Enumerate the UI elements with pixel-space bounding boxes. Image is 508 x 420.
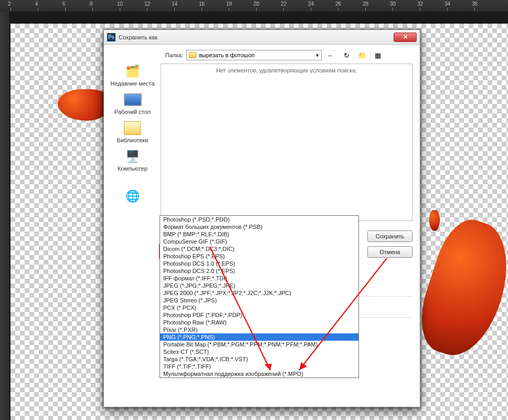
ruler-vertical [0,12,9,420]
photoshop-icon: Ps [107,33,115,41]
file-list[interactable]: Нет элементов, удовлетворяющих условиям … [161,64,412,221]
filetype-option[interactable]: Photoshop (*.PSD;*.PDD) [160,216,358,223]
filetype-option[interactable]: Targa (*.TGA;*.VDA;*.ICB;*.VST) [160,355,358,363]
cancel-button[interactable]: Отмена [367,246,412,258]
filetype-option[interactable]: PNG (*.PNG;*.PNS) [160,333,358,341]
desktop-icon [124,93,142,106]
recent-places-icon: 🗂️ [124,64,142,79]
filetype-option[interactable]: JPEG 2000 (*.JPF;*.JPX;*.JP2;*.J2C;*.J2K… [160,289,358,297]
artwork-splash [429,210,440,231]
filetype-option[interactable]: Scitex CT (*.SCT) [160,348,358,355]
libraries-icon [124,121,141,135]
filetype-option[interactable]: IFF формат (*.IFF;*.TDI) [160,275,358,282]
close-button[interactable]: ✕ [394,33,417,42]
filetype-option[interactable]: Portable Bit Map (*.PBM;*.PGM;*.PPM;*.PN… [160,341,358,348]
folder-combo[interactable]: вырезать в фотошоп ▾ [186,50,322,60]
filetype-option[interactable]: Photoshop PDF (*.PDF;*.PDP) [160,311,358,319]
place-recent[interactable]: 🗂️ Недавние места [111,64,155,87]
folder-label: Папка: [159,52,183,58]
filetype-option[interactable]: Формат больших документов (*.PSB) [160,223,358,230]
document-gap [10,12,508,24]
empty-message: Нет элементов, удовлетворяющих условиям … [216,67,357,220]
filetype-option[interactable]: Photoshop DCS 1.0 (*.EPS) [160,260,358,267]
network-icon: 🌐 [124,188,142,204]
nav-up-button[interactable]: ↻ [341,50,352,60]
filetype-dropdown-list[interactable]: Photoshop (*.PSD;*.PDD)Формат больших до… [160,215,359,378]
filetype-option[interactable]: BMP (*.BMP;*.RLE;*.DIB) [160,230,358,238]
place-desktop[interactable]: Рабочий стол [114,92,151,115]
place-network[interactable]: 🌐 [124,188,142,204]
place-label: Недавние места [111,80,155,87]
filetype-option[interactable]: PCX (*.PCX) [160,304,358,311]
nav-back-button[interactable]: ← [325,50,336,60]
filetype-option[interactable]: JPEG Stereo (*.JPS) [160,297,358,304]
save-button[interactable]: Сохранить [367,230,412,242]
folder-icon [189,52,196,58]
filetype-option[interactable]: Pixar (*.PXR) [160,326,358,333]
place-label: Библиотеки [117,137,149,143]
place-computer[interactable]: 🖥️ Компьютер [118,149,147,172]
filetype-option[interactable]: CompuServe GIF (*.GIF) [160,238,358,245]
folder-row: Папка: вырезать в фотошоп ▾ ← ↻ 📁 ▦ [159,50,415,60]
dialog-titlebar[interactable]: Ps Сохранить как ✕ [104,30,420,45]
place-libraries[interactable]: Библиотеки [117,120,149,143]
filetype-option[interactable]: Dicom (*.DCM;*.DC3;*.DIC) [160,245,358,253]
nav-newfolder-button[interactable]: 📁 [356,50,368,60]
computer-icon: 🖥️ [124,149,142,164]
nav-view-button[interactable]: ▦ [372,50,384,60]
filetype-option[interactable]: JPEG (*.JPG;*.JPEG;*.JPE) [160,282,358,289]
folder-value: вырезать в фотошоп [199,52,255,58]
filetype-option[interactable]: TIFF (*.TIF;*.TIFF) [160,363,358,370]
filetype-option[interactable]: Photoshop DCS 2.0 (*.EPS) [160,267,358,275]
filetype-option[interactable]: Мультиформатная поддержка изображений (*… [160,370,358,377]
chevron-down-icon: ▾ [316,52,319,59]
place-label: Рабочий стол [114,109,151,115]
filetype-option[interactable]: Photoshop EPS (*.EPS) [160,253,358,260]
filetype-option[interactable]: Photoshop Raw (*.RAW) [160,319,358,326]
dialog-title: Сохранить как [119,34,157,40]
places-sidebar: 🗂️ Недавние места Рабочий стол Библиотек… [110,64,155,204]
place-label: Компьютер [118,165,147,172]
ruler-horizontal: 24681012141618202224262830323436 [0,0,508,12]
